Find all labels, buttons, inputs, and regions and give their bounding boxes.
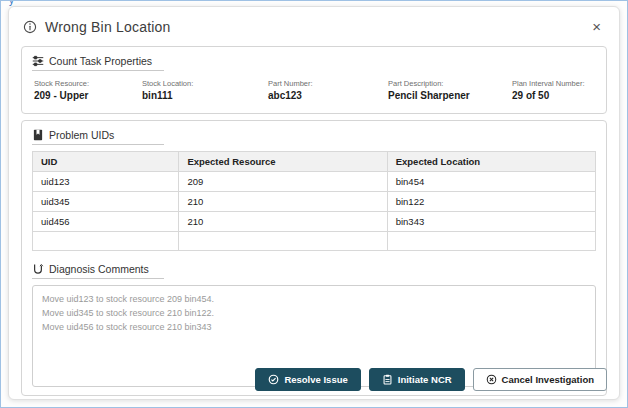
- field-plan-interval-number: Plan Interval Number: 29 of 50: [512, 79, 594, 101]
- wrong-bin-location-dialog: Wrong Bin Location × Count Task Properti…: [8, 6, 620, 400]
- column-header-expected-resource: Expected Resource: [179, 152, 387, 172]
- section-divider: [32, 144, 164, 145]
- cancel-investigation-label: Cancel Investigation: [502, 374, 594, 385]
- cell-uid: uid345: [33, 192, 179, 212]
- count-task-properties-header: Count Task Properties: [32, 53, 596, 70]
- field-value: 209 - Upper: [34, 90, 142, 101]
- page: y Wrong Bin Location ×: [0, 0, 628, 408]
- field-label: Part Description:: [388, 79, 512, 88]
- column-header-expected-location: Expected Location: [387, 152, 595, 172]
- field-label: Stock Resource:: [34, 79, 142, 88]
- field-value: 29 of 50: [512, 90, 594, 101]
- problem-uids-table: UID Expected Resource Expected Location …: [32, 151, 596, 251]
- problem-uids-header: Problem UIDs: [32, 127, 596, 144]
- info-icon: [23, 20, 37, 34]
- cell-uid: uid123: [33, 172, 179, 192]
- initiate-ncr-label: Initiate NCR: [398, 374, 452, 385]
- table-row[interactable]: uid456 210 bin343: [33, 212, 596, 232]
- cancel-investigation-button[interactable]: Cancel Investigation: [473, 368, 607, 391]
- cancel-investigation-icon: [486, 374, 497, 385]
- cell-expected-location: [387, 232, 595, 251]
- initiate-ncr-icon: [382, 374, 393, 385]
- close-icon[interactable]: ×: [588, 17, 605, 36]
- field-stock-resource: Stock Resource: 209 - Upper: [34, 79, 142, 101]
- resolve-issue-button[interactable]: Resolve Issue: [255, 368, 360, 391]
- problem-details-section: Problem UIDs UID Expected Resource Expec…: [21, 120, 607, 396]
- count-task-properties-title: Count Task Properties: [49, 55, 152, 67]
- field-part-number: Part Number: abc123: [268, 79, 388, 101]
- diagnosis-comments-header: Diagnosis Comments: [32, 261, 596, 278]
- table-row-empty[interactable]: [33, 232, 596, 251]
- cell-expected-resource: [179, 232, 387, 251]
- dialog-footer: Resolve Issue Initiate NCR: [255, 368, 607, 391]
- cell-uid: uid456: [33, 212, 179, 232]
- cell-expected-resource: 210: [179, 212, 387, 232]
- dialog-title: Wrong Bin Location: [45, 19, 171, 35]
- cell-expected-location: bin343: [387, 212, 595, 232]
- cell-uid: [33, 232, 179, 251]
- field-label: Plan Interval Number:: [512, 79, 594, 88]
- field-stock-location: Stock Location: bin111: [142, 79, 268, 101]
- field-label: Stock Location:: [142, 79, 268, 88]
- column-header-uid: UID: [33, 152, 179, 172]
- count-task-properties-icon: [32, 55, 44, 67]
- field-label: Part Number:: [268, 79, 388, 88]
- diagnosis-comments-title: Diagnosis Comments: [49, 263, 149, 275]
- count-task-fields: Stock Resource: 209 - Upper Stock Locati…: [32, 77, 596, 105]
- field-value: bin111: [142, 90, 268, 101]
- problem-uids-title: Problem UIDs: [49, 129, 114, 141]
- resolve-issue-label: Resolve Issue: [284, 374, 347, 385]
- table-row[interactable]: uid123 209 bin454: [33, 172, 596, 192]
- section-divider: [32, 70, 164, 71]
- table-header-row: UID Expected Resource Expected Location: [33, 152, 596, 172]
- cell-expected-resource: 209: [179, 172, 387, 192]
- cell-expected-location: bin122: [387, 192, 595, 212]
- cell-expected-resource: 210: [179, 192, 387, 212]
- cell-expected-location: bin454: [387, 172, 595, 192]
- table-row[interactable]: uid345 210 bin122: [33, 192, 596, 212]
- resolve-issue-icon: [268, 374, 279, 385]
- initiate-ncr-button[interactable]: Initiate NCR: [369, 368, 465, 391]
- count-task-properties-section: Count Task Properties Stock Resource: 20…: [21, 46, 607, 114]
- dialog-header: Wrong Bin Location ×: [9, 7, 619, 42]
- field-part-description: Part Description: Pencil Sharpener: [388, 79, 512, 101]
- problem-uids-icon: [32, 129, 44, 141]
- section-divider: [32, 278, 164, 279]
- diagnosis-comments-icon: [32, 263, 44, 275]
- field-value: Pencil Sharpener: [388, 90, 512, 101]
- field-value: abc123: [268, 90, 388, 101]
